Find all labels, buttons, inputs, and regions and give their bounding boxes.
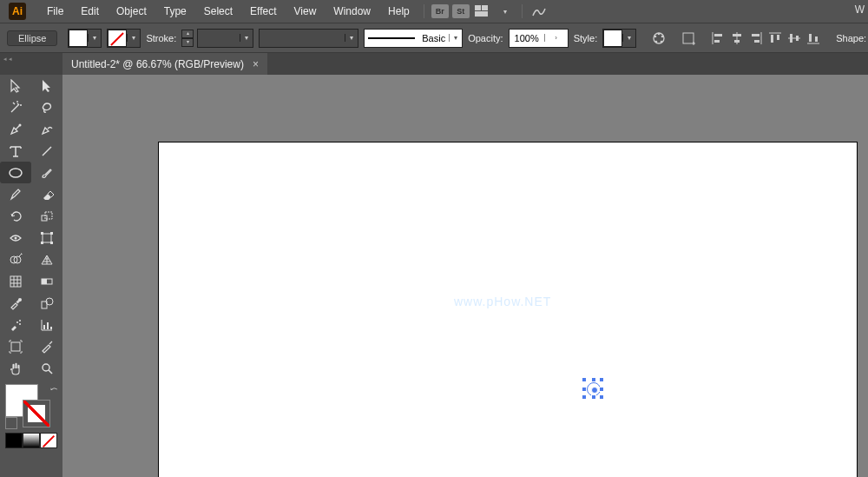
gradient-tool[interactable] bbox=[31, 270, 62, 292]
svg-rect-53 bbox=[11, 342, 20, 351]
variable-width-profile-dropdown[interactable]: ▾ bbox=[259, 29, 358, 48]
shape-builder-tool[interactable] bbox=[0, 248, 31, 270]
mesh-tool[interactable] bbox=[0, 270, 31, 292]
document-tab[interactable]: Untitled-2* @ 66.67% (RGB/Preview) × bbox=[62, 53, 267, 75]
svg-rect-9 bbox=[683, 33, 694, 43]
menu-bar: Ai File Edit Object Type Select Effect V… bbox=[0, 0, 868, 23]
free-transform-tool[interactable] bbox=[31, 227, 62, 248]
svg-rect-11 bbox=[714, 34, 722, 36]
close-tab-icon[interactable]: × bbox=[253, 58, 259, 70]
svg-rect-20 bbox=[771, 35, 773, 43]
lasso-tool[interactable] bbox=[31, 96, 62, 118]
menu-separator bbox=[522, 4, 523, 18]
brush-definition-dropdown[interactable]: Basic▾ bbox=[364, 29, 463, 48]
arrange-dropdown-icon[interactable]: ▾ bbox=[496, 3, 515, 20]
pen-tool[interactable] bbox=[0, 118, 31, 140]
stock-icon[interactable]: St bbox=[452, 4, 470, 18]
blend-tool[interactable] bbox=[31, 292, 62, 314]
svg-point-7 bbox=[655, 40, 658, 43]
rotate-tool[interactable] bbox=[0, 205, 31, 227]
stroke-weight-stepper[interactable]: ▴▾ bbox=[181, 30, 192, 47]
zoom-tool[interactable] bbox=[31, 357, 62, 379]
svg-point-54 bbox=[43, 364, 49, 371]
width-tool[interactable] bbox=[0, 227, 31, 248]
menu-view[interactable]: View bbox=[286, 0, 326, 23]
ellipse-tool[interactable] bbox=[0, 162, 31, 183]
curvature-tool[interactable] bbox=[31, 118, 62, 140]
svg-rect-18 bbox=[754, 40, 760, 43]
align-vcenter-icon[interactable] bbox=[787, 29, 801, 48]
eyedropper-tool[interactable] bbox=[0, 292, 31, 314]
svg-point-6 bbox=[661, 40, 663, 43]
type-tool[interactable] bbox=[0, 140, 31, 162]
gpu-preview-icon[interactable] bbox=[529, 3, 549, 20]
symbol-sprayer-tool[interactable] bbox=[0, 314, 31, 335]
align-left-icon[interactable] bbox=[711, 29, 725, 48]
eraser-tool[interactable] bbox=[31, 183, 62, 205]
svg-rect-2 bbox=[475, 11, 488, 17]
active-tool-label[interactable]: Ellipse bbox=[7, 30, 57, 46]
align-to-artboard-icon[interactable] bbox=[681, 29, 695, 48]
opacity-label: Opacity: bbox=[468, 33, 503, 43]
hand-tool[interactable] bbox=[0, 357, 31, 379]
panel-collapse-handle[interactable]: ◂◂ bbox=[3, 56, 14, 63]
svg-rect-0 bbox=[475, 5, 481, 10]
menu-file[interactable]: File bbox=[38, 0, 72, 23]
scale-tool[interactable] bbox=[31, 205, 62, 227]
menu-effect[interactable]: Effect bbox=[241, 0, 285, 23]
color-mode-solid[interactable] bbox=[5, 433, 23, 448]
slice-tool[interactable] bbox=[31, 335, 62, 357]
watermark-text: www.pHow.NET bbox=[454, 295, 551, 308]
align-hcenter-icon[interactable] bbox=[730, 29, 744, 48]
color-mode-none[interactable] bbox=[40, 433, 57, 448]
fill-stroke-control[interactable]: ⤺ bbox=[5, 384, 57, 429]
color-mode-gradient[interactable] bbox=[23, 433, 40, 448]
arrange-documents-icon[interactable] bbox=[473, 3, 492, 20]
bridge-icon[interactable]: Br bbox=[431, 4, 449, 18]
default-fill-stroke-icon[interactable] bbox=[5, 417, 17, 429]
svg-rect-37 bbox=[41, 242, 43, 244]
menu-edit[interactable]: Edit bbox=[72, 0, 108, 23]
svg-rect-43 bbox=[42, 279, 47, 284]
stroke-color-dropdown[interactable]: ▾ bbox=[107, 29, 141, 48]
graphic-style-dropdown[interactable]: ▾ bbox=[602, 29, 636, 48]
line-segment-tool[interactable] bbox=[31, 140, 62, 162]
pencil-tool[interactable] bbox=[0, 183, 31, 205]
menu-object[interactable]: Object bbox=[108, 0, 155, 23]
menu-type[interactable]: Type bbox=[155, 0, 195, 23]
canvas-area[interactable]: www.pHow.NET ℳ bbox=[62, 75, 868, 477]
align-bottom-icon[interactable] bbox=[806, 29, 820, 48]
swap-fill-stroke-icon[interactable]: ⤺ bbox=[50, 384, 57, 394]
svg-rect-34 bbox=[43, 234, 51, 242]
menu-select[interactable]: Select bbox=[195, 0, 241, 23]
svg-rect-17 bbox=[752, 34, 760, 36]
magic-wand-tool[interactable] bbox=[0, 96, 31, 118]
menu-window[interactable]: Window bbox=[325, 0, 379, 23]
opacity-input[interactable]: 100%› bbox=[509, 29, 569, 48]
svg-line-55 bbox=[49, 370, 52, 374]
selection-tool[interactable] bbox=[0, 75, 31, 96]
svg-rect-12 bbox=[714, 40, 720, 43]
align-right-icon[interactable] bbox=[749, 29, 763, 48]
stroke-weight-dropdown[interactable]: ▾ bbox=[197, 29, 253, 48]
direct-selection-tool[interactable] bbox=[31, 75, 62, 96]
stroke-swatch-large[interactable] bbox=[23, 400, 50, 427]
column-graph-tool[interactable] bbox=[31, 314, 62, 335]
menu-help[interactable]: Help bbox=[379, 0, 418, 23]
stroke-label: Stroke: bbox=[146, 33, 176, 43]
fill-color-dropdown[interactable]: ▾ bbox=[68, 29, 102, 48]
artboard-tool[interactable] bbox=[0, 335, 31, 357]
selected-ellipse-object[interactable] bbox=[584, 380, 602, 397]
align-top-icon[interactable] bbox=[768, 29, 782, 48]
recolor-artwork-icon[interactable] bbox=[652, 29, 666, 48]
tools-panel: ⤺ bbox=[0, 75, 63, 477]
menu-separator bbox=[424, 4, 424, 18]
shape-label: Shape: bbox=[836, 33, 866, 43]
perspective-grid-tool[interactable] bbox=[31, 248, 62, 270]
svg-point-5 bbox=[661, 35, 664, 37]
paintbrush-tool[interactable] bbox=[31, 162, 62, 183]
svg-rect-38 bbox=[50, 242, 53, 244]
menu-right-truncated: W bbox=[855, 3, 865, 16]
stroke-swatch bbox=[108, 30, 127, 47]
artboard[interactable]: www.pHow.NET ℳ bbox=[158, 142, 858, 477]
